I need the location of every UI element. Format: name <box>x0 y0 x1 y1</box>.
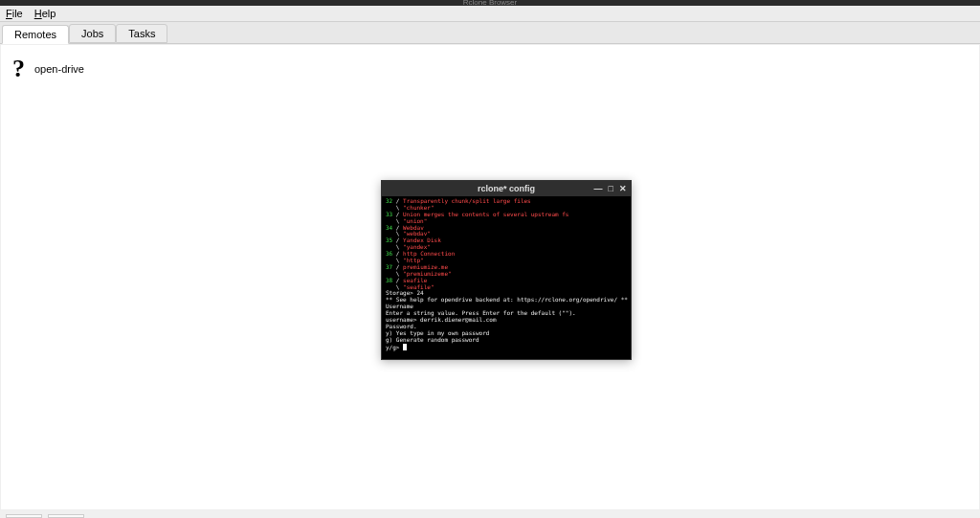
remote-label: open-drive <box>34 63 84 75</box>
maximize-icon[interactable]: □ <box>609 181 613 196</box>
remote-item[interactable]: ? open-drive <box>12 56 84 81</box>
terminal-window[interactable]: rclone* config — □ ✕ 32 / Transparently … <box>381 180 632 360</box>
bottom-buttons-row <box>6 514 84 518</box>
question-mark-icon: ? <box>12 56 25 81</box>
terminal-titlebar[interactable]: rclone* config — □ ✕ <box>382 181 631 196</box>
app-title: Rclone Browser <box>463 0 517 6</box>
tab-jobs[interactable]: Jobs <box>69 24 116 43</box>
terminal-cursor <box>403 344 407 350</box>
minimize-icon[interactable]: — <box>594 181 603 196</box>
menu-help[interactable]: Help <box>34 8 56 19</box>
close-icon[interactable]: ✕ <box>619 181 627 196</box>
menu-file[interactable]: File <box>6 8 23 19</box>
tab-remotes[interactable]: Remotes <box>2 25 69 44</box>
menu-bar: File Help <box>0 6 980 22</box>
bottom-button-2[interactable] <box>48 514 84 518</box>
tab-tasks[interactable]: Tasks <box>116 24 167 43</box>
terminal-output[interactable]: 32 / Transparently chunk/split large fil… <box>382 196 631 359</box>
terminal-title: rclone* config <box>478 184 535 193</box>
terminal-window-controls: — □ ✕ <box>594 181 627 196</box>
bottom-button-1[interactable] <box>6 514 42 518</box>
tab-bar: RemotesJobsTasks <box>0 22 980 44</box>
